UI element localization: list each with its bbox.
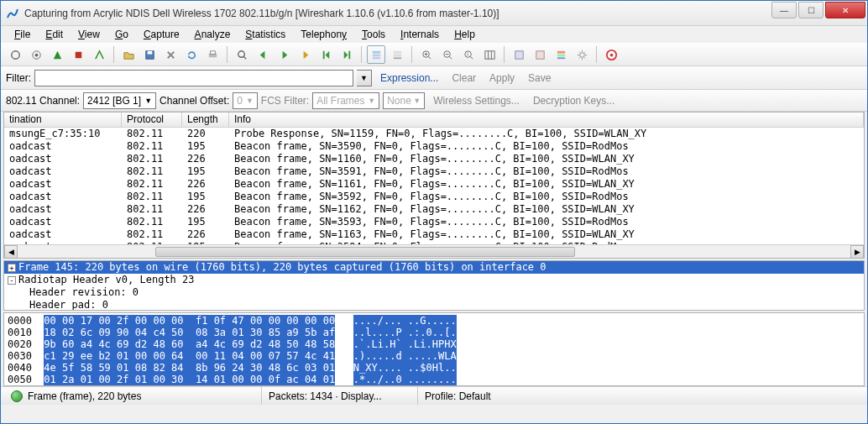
stop-icon[interactable] (69, 45, 87, 64)
svg-rect-3 (75, 51, 81, 58)
packet-bytes[interactable]: 0000 00 00 17 00 2f 00 00 00 f1 0f 47 00… (3, 312, 865, 386)
expand-icon[interactable]: + (8, 264, 16, 272)
svg-rect-13 (393, 50, 400, 53)
menu-help[interactable]: Help (447, 27, 482, 42)
fcs-combo: All Frames▼ (312, 92, 379, 109)
col-destination[interactable]: tination (4, 113, 122, 127)
status-profile[interactable]: Profile: Default (417, 387, 864, 405)
scroll-right-icon[interactable]: ▶ (850, 245, 864, 259)
goto-icon[interactable] (295, 45, 314, 64)
filter-clear-button[interactable]: Clear (447, 72, 481, 84)
resize-columns-icon[interactable] (480, 45, 499, 64)
filter-dropdown[interactable]: ▼ (357, 70, 372, 86)
hex-row[interactable]: 0040 4e 5f 58 59 01 08 82 84 8b 96 24 30… (8, 362, 860, 374)
table-row[interactable]: oadcast802.11195Beacon frame, SN=3593, F… (4, 216, 864, 228)
goto-last-icon[interactable] (337, 45, 356, 64)
options-icon[interactable] (27, 45, 45, 64)
filter-label: Filter: (6, 72, 31, 84)
offset-combo: 0▼ (233, 92, 258, 109)
col-info[interactable]: Info (229, 113, 864, 127)
scroll-thumb[interactable] (155, 247, 575, 257)
app-icon (6, 7, 19, 20)
svg-point-34 (579, 52, 584, 57)
wireless-settings-button[interactable]: Wireless Settings... (428, 95, 525, 107)
go-back-icon[interactable] (254, 45, 272, 64)
svg-rect-15 (393, 57, 400, 59)
autoscroll-icon[interactable] (388, 45, 406, 64)
svg-line-21 (449, 56, 452, 59)
menu-edit[interactable]: Edit (39, 27, 70, 42)
packet-list[interactable]: tination Protocol Length Info msungE_c7:… (3, 112, 865, 259)
filter-save-button[interactable]: Save (523, 72, 556, 84)
reload-icon[interactable] (182, 45, 201, 64)
filter-input[interactable] (34, 70, 353, 86)
go-forward-icon[interactable] (275, 45, 293, 64)
save-icon[interactable] (140, 45, 159, 64)
menu-go[interactable]: Go (108, 27, 135, 42)
table-row[interactable]: oadcast802.11195Beacon frame, SN=3591, F… (4, 165, 864, 178)
table-row[interactable]: oadcast802.11226Beacon frame, SN=1162, F… (4, 203, 864, 216)
table-row[interactable]: oadcast802.11195Beacon frame, SN=3592, F… (4, 191, 864, 203)
zoom-100-icon[interactable]: 1 (459, 45, 478, 64)
close-button[interactable]: ✕ (825, 2, 865, 18)
restart-icon[interactable] (90, 45, 108, 64)
table-row[interactable]: oadcast802.11226Beacon frame, SN=1163, F… (4, 228, 864, 241)
detail-radiotap-row[interactable]: -Radiotap Header v0, Length 23 (4, 274, 864, 286)
print-icon[interactable] (203, 45, 222, 64)
packet-details[interactable]: +Frame 145: 220 bytes on wire (1760 bits… (3, 260, 865, 311)
channel-combo[interactable]: 2412 [BG 1]▼ (83, 92, 156, 109)
menu-analyze[interactable]: Analyze (188, 27, 238, 42)
svg-rect-7 (210, 50, 215, 54)
preferences-icon[interactable] (573, 45, 591, 64)
filter-expression-button[interactable]: Expression... (375, 72, 443, 84)
zoom-out-icon[interactable] (438, 45, 457, 64)
start-icon[interactable] (48, 45, 66, 64)
detail-revision-row[interactable]: Header revision: 0 (4, 286, 864, 299)
menu-statistics[interactable]: Statistics (238, 27, 292, 42)
help-icon[interactable] (602, 45, 620, 64)
minimize-button[interactable]: — (771, 2, 797, 18)
expert-info-icon[interactable] (11, 390, 23, 402)
hex-row[interactable]: 0020 9b 60 a4 4c 69 d2 48 60 a4 4c 69 d2… (8, 338, 860, 350)
filter-apply-button[interactable]: Apply (484, 72, 520, 84)
display-filters-icon[interactable] (531, 45, 549, 64)
menu-file[interactable]: File (8, 27, 37, 42)
detail-frame-row[interactable]: +Frame 145: 220 bytes on wire (1760 bits… (4, 261, 864, 274)
col-protocol[interactable]: Protocol (122, 113, 182, 127)
coloring-rules-icon[interactable] (552, 45, 570, 64)
decryption-keys-button[interactable]: Decryption Keys... (528, 95, 620, 107)
svg-text:1: 1 (466, 52, 468, 56)
table-row[interactable]: oadcast802.11226Beacon frame, SN=1160, F… (4, 153, 864, 165)
zoom-in-icon[interactable] (417, 45, 436, 64)
menu-tools[interactable]: Tools (355, 27, 392, 42)
menu-telephony[interactable]: Telephony (294, 27, 353, 42)
svg-rect-29 (515, 50, 522, 58)
status-packets[interactable]: Packets: 1434 · Display... (261, 387, 412, 405)
collapse-icon[interactable]: - (8, 276, 16, 285)
titlebar: Capturing from Acrylic NDIS Dell Wireles… (1, 1, 867, 26)
scroll-left-icon[interactable]: ◀ (4, 245, 18, 259)
wireless-toolbar: 802.11 Channel: 2412 [BG 1]▼ Channel Off… (1, 90, 867, 112)
menu-capture[interactable]: Capture (137, 27, 186, 42)
detail-pad-row[interactable]: Header pad: 0 (4, 299, 864, 311)
filter-toolbar: Filter: ▼ Expression... Clear Apply Save (1, 66, 867, 90)
capture-filters-icon[interactable] (510, 45, 528, 64)
colorize-icon[interactable] (367, 45, 385, 64)
table-row[interactable]: oadcast802.11195Beacon frame, SN=3590, F… (4, 140, 864, 153)
maximize-button[interactable]: ☐ (798, 2, 824, 18)
menu-internals[interactable]: Internals (394, 27, 446, 42)
table-row[interactable]: oadcast802.11226Beacon frame, SN=1161, F… (4, 178, 864, 191)
hex-row[interactable]: 0030 c1 29 ee b2 01 00 00 64 00 11 04 00… (8, 350, 860, 362)
interfaces-icon[interactable] (6, 45, 24, 64)
packet-list-hscroll[interactable]: ◀ ▶ (4, 244, 864, 258)
find-icon[interactable] (233, 45, 251, 64)
menu-view[interactable]: View (71, 27, 107, 42)
hex-row[interactable]: 0050 01 2a 01 00 2f 01 00 30 14 01 00 00… (8, 374, 860, 385)
hex-row[interactable]: 0010 18 02 6c 09 90 04 c4 50 08 3a 01 30… (8, 327, 860, 338)
goto-first-icon[interactable] (316, 45, 335, 64)
table-row[interactable]: msungE_c7:35:10802.11220Probe Response, … (4, 128, 864, 140)
open-icon[interactable] (119, 45, 138, 64)
close-file-icon[interactable] (161, 45, 180, 64)
col-length[interactable]: Length (182, 113, 229, 127)
hex-row[interactable]: 0000 00 00 17 00 2f 00 00 00 f1 0f 47 00… (8, 315, 860, 327)
